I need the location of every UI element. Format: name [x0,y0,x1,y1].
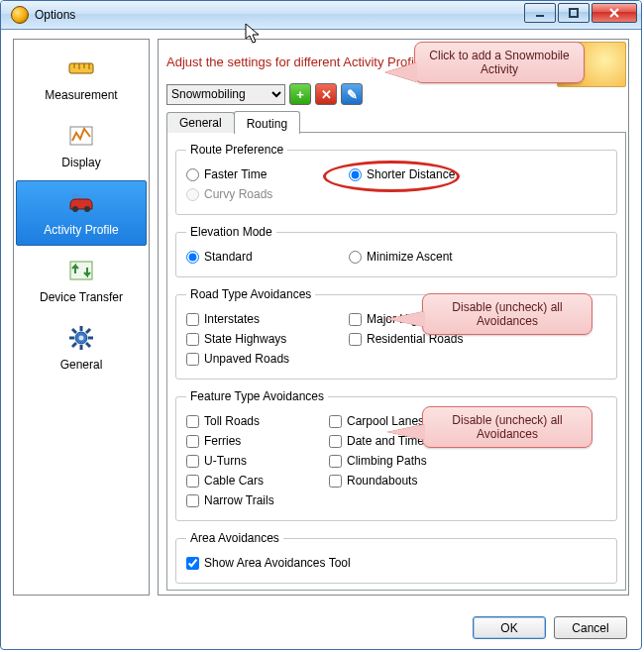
svg-line-17 [86,343,90,347]
tabstrip: General Routing [166,111,626,133]
route-preference-group: Route Preference Faster Time Shorter Dis… [175,143,617,215]
annotation-callout-road: Disable (uncheck) all Avoidances [422,293,592,335]
check-state-highways[interactable]: State Highways [186,332,325,346]
car-icon [65,187,97,219]
group-legend: Road Type Avoidances [186,287,315,301]
radio-curvy-roads: Curvy Roads [186,187,325,201]
ok-button[interactable]: OK [473,616,546,639]
cancel-button[interactable]: Cancel [554,616,627,639]
area-avoidances-group: Area Avoidances Show Area Avoidances Too… [175,531,617,584]
gear-icon [65,322,97,354]
sidebar-item-activity-profile[interactable]: Activity Profile [16,180,147,246]
svg-rect-1 [570,9,578,17]
maximize-button[interactable] [558,3,590,23]
add-profile-button[interactable]: + [289,83,311,105]
svg-rect-10 [70,262,92,279]
close-button[interactable] [591,3,637,23]
check-cable-cars[interactable]: Cable Cars [186,474,305,488]
svg-point-8 [72,206,78,212]
check-climbing-paths[interactable]: Climbing Paths [329,454,468,468]
check-toll-roads[interactable]: Toll Roads [186,414,305,428]
check-uturns[interactable]: U-Turns [186,454,305,468]
radio-minimize-ascent[interactable]: Minimize Ascent [349,250,487,264]
svg-line-19 [72,343,76,347]
sidebar-item-label: Display [19,156,144,169]
main-panel: Adjust the settings for different Activi… [158,39,629,596]
sidebar-item-label: Measurement [19,88,144,102]
sidebar-item-device-transfer[interactable]: Device Transfer [16,248,147,313]
minimize-button[interactable] [524,3,556,23]
tab-routing[interactable]: Routing [234,111,300,134]
svg-line-18 [86,329,90,333]
check-interstates[interactable]: Interstates [186,312,325,326]
svg-line-16 [72,329,76,333]
radio-shorter-distance[interactable]: Shorter Distance [349,167,487,181]
window-title: Options [35,8,75,22]
check-roundabouts[interactable]: Roundabouts [329,474,468,488]
activity-select[interactable]: Snowmobiling [166,84,285,105]
radio-standard[interactable]: Standard [186,250,325,264]
group-legend: Route Preference [186,143,287,157]
sidebar-item-general[interactable]: General [16,315,147,380]
options-window: Options Measurement Display Activity Pro… [0,0,642,650]
sidebar-item-label: Activity Profile [19,223,144,237]
annotation-callout-feature: Disable (uncheck) all Avoidances [422,406,592,448]
ruler-icon [65,53,97,84]
edit-profile-button[interactable]: ✎ [341,83,363,105]
transfer-icon [65,255,97,286]
app-icon [11,6,29,24]
titlebar: Options [1,1,641,30]
sidebar-item-label: Device Transfer [19,290,144,304]
svg-point-9 [84,206,90,212]
tab-general[interactable]: General [166,112,235,133]
radio-faster-time[interactable]: Faster Time [186,167,325,181]
check-narrow-trails[interactable]: Narrow Trails [186,493,325,507]
svg-rect-0 [536,15,544,17]
dialog-buttons: OK Cancel [473,616,627,639]
sidebar-item-measurement[interactable]: Measurement [16,46,147,111]
group-legend: Area Avoidances [186,531,283,545]
check-show-area-tool[interactable]: Show Area Avoidances Tool [186,556,606,570]
group-legend: Elevation Mode [186,225,276,239]
group-legend: Feature Type Avoidances [186,389,328,403]
delete-profile-button[interactable]: ✕ [315,83,337,105]
svg-point-20 [79,336,84,341]
display-icon [65,120,97,152]
check-ferries[interactable]: Ferries [186,434,305,448]
routing-scroll[interactable]: Route Preference Faster Time Shorter Dis… [167,133,625,590]
elevation-mode-group: Elevation Mode Standard Minimize Ascent [175,225,617,277]
sidebar-item-display[interactable]: Display [16,113,147,178]
annotation-callout-add: Click to add a Snowmobile Activity [414,42,585,83]
routing-tab-body: Route Preference Faster Time Shorter Dis… [166,132,626,591]
sidebar: Measurement Display Activity Profile Dev… [13,39,150,596]
sidebar-item-label: General [19,358,144,372]
check-unpaved-roads[interactable]: Unpaved Roads [186,352,325,366]
